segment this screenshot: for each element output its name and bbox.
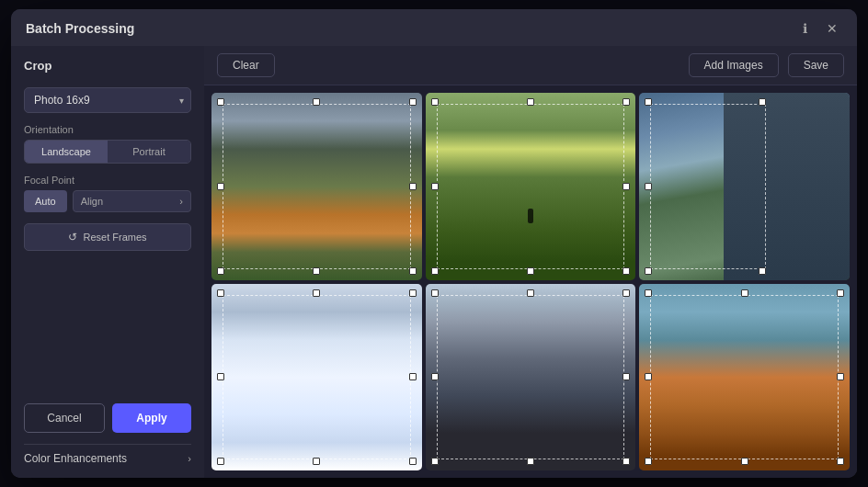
align-label: Align	[81, 196, 103, 207]
crop-handle-ml-1[interactable]	[217, 183, 224, 190]
image-cell-5[interactable]	[426, 284, 636, 471]
crop-handle-tm-4[interactable]	[313, 289, 320, 297]
crop-box-2	[437, 104, 625, 269]
crop-handle-mr-5[interactable]	[622, 373, 630, 380]
add-images-btn[interactable]: Add Images	[689, 53, 779, 77]
image-cell-1[interactable]	[211, 93, 422, 280]
crop-handle-tr-1[interactable]	[409, 98, 417, 106]
crop-overlay-4	[211, 284, 422, 471]
crop-handle-mr-2[interactable]	[622, 183, 630, 190]
save-btn[interactable]: Save	[788, 53, 844, 77]
close-button[interactable]: ✕	[822, 18, 842, 39]
reset-frames-btn[interactable]: ↺ Reset Frames	[24, 223, 191, 251]
crop-section-title: Crop	[24, 59, 191, 73]
crop-overlay-2	[426, 93, 636, 280]
crop-handle-tm-1[interactable]	[313, 98, 320, 106]
crop-handle-bm-5[interactable]	[527, 458, 534, 465]
crop-handle-tl-5[interactable]	[431, 289, 439, 297]
modal-overlay: Batch Processing ℹ ✕ Crop Photo 16x9	[0, 0, 868, 487]
focal-point-section: Focal Point Auto Align ›	[24, 175, 191, 212]
crop-handle-ml-6[interactable]	[645, 373, 652, 380]
cancel-btn[interactable]: Cancel	[24, 403, 105, 433]
crop-handle-bl-4[interactable]	[217, 458, 224, 465]
modal-header-icons: ℹ ✕	[794, 18, 842, 39]
focal-row: Auto Align ›	[24, 190, 191, 212]
crop-handle-ml-3[interactable]	[645, 183, 652, 190]
crop-handle-bl-1[interactable]	[217, 267, 224, 275]
apply-btn[interactable]: Apply	[112, 403, 191, 433]
reset-icon: ↺	[68, 231, 77, 244]
crop-handle-tl-6[interactable]	[645, 289, 652, 297]
crop-handle-bl-2[interactable]	[431, 267, 439, 275]
right-panel: Clear Add Images Save	[204, 46, 857, 478]
crop-handle-bl-3[interactable]	[645, 267, 652, 275]
left-panel: Crop Photo 16x9 ▾ Orientation Landscape …	[11, 46, 204, 478]
crop-overlay-6	[639, 284, 850, 471]
batch-processing-modal: Batch Processing ℹ ✕ Crop Photo 16x9	[11, 9, 857, 478]
modal-body: Crop Photo 16x9 ▾ Orientation Landscape …	[11, 46, 857, 478]
crop-overlay-5	[426, 284, 636, 471]
modal-header: Batch Processing ℹ ✕	[11, 9, 857, 46]
crop-handle-bl-6[interactable]	[645, 458, 652, 465]
crop-box-4	[223, 295, 411, 460]
action-row: Cancel Apply	[24, 403, 191, 433]
crop-handle-ml-5[interactable]	[431, 373, 439, 380]
crop-handle-ml-2[interactable]	[431, 183, 439, 190]
crop-handle-tl-2[interactable]	[431, 98, 439, 106]
crop-handle-bm-6[interactable]	[741, 458, 748, 465]
crop-handle-tl-3[interactable]	[645, 98, 652, 106]
orientation-btn-group: Landscape Portrait	[24, 140, 191, 164]
auto-btn[interactable]: Auto	[24, 190, 67, 212]
reset-frames-label: Reset Frames	[83, 232, 146, 243]
crop-handle-mr-6[interactable]	[837, 373, 844, 380]
crop-handle-tr-2[interactable]	[622, 98, 630, 106]
crop-handle-br-6[interactable]	[837, 458, 844, 465]
color-enhancements-row[interactable]: Color Enhancements ›	[24, 444, 191, 469]
toolbar: Clear Add Images Save	[204, 46, 857, 85]
crop-box-6	[650, 295, 839, 460]
images-grid	[204, 85, 857, 478]
crop-handle-mr-1[interactable]	[409, 183, 417, 190]
crop-handle-br-1[interactable]	[409, 267, 417, 275]
crop-handle-tr-4[interactable]	[409, 289, 417, 297]
crop-handle-bm-1[interactable]	[313, 267, 320, 275]
orientation-label: Orientation	[24, 124, 191, 135]
crop-handle-bm-4[interactable]	[313, 458, 320, 465]
crop-handle-tm-6[interactable]	[741, 289, 748, 297]
crop-handle-br-5[interactable]	[622, 458, 630, 465]
focal-point-label: Focal Point	[24, 175, 191, 186]
crop-handle-bm-2[interactable]	[527, 267, 534, 275]
crop-box-1	[223, 104, 411, 269]
crop-handle-tm-2[interactable]	[527, 98, 534, 106]
crop-handle-tr-5[interactable]	[622, 289, 630, 297]
crop-handle-mr-4[interactable]	[409, 373, 417, 380]
color-enhancements-label: Color Enhancements	[24, 452, 127, 465]
preset-dropdown-row: Photo 16x9 ▾	[24, 87, 191, 113]
crop-handle-tl-1[interactable]	[217, 98, 224, 106]
close-icon: ✕	[827, 21, 838, 36]
info-icon: ℹ	[803, 21, 807, 36]
info-button[interactable]: ℹ	[794, 18, 815, 39]
preset-dropdown[interactable]: Photo 16x9	[24, 87, 191, 113]
image-cell-2[interactable]	[426, 93, 636, 280]
portrait-btn[interactable]: Portrait	[108, 141, 190, 163]
crop-handle-tm-5[interactable]	[527, 289, 534, 297]
clear-btn[interactable]: Clear	[217, 53, 275, 77]
crop-overlay-1	[211, 93, 422, 280]
crop-handle-tr-6[interactable]	[837, 289, 844, 297]
orientation-section: Orientation Landscape Portrait	[24, 124, 191, 164]
image-cell-6[interactable]	[639, 284, 850, 471]
align-arrow-icon: ›	[179, 196, 183, 207]
align-dropdown[interactable]: Align ›	[73, 190, 191, 212]
crop-handle-bl-5[interactable]	[431, 458, 439, 465]
crop-handle-br-2[interactable]	[622, 267, 630, 275]
crop-handle-br-4[interactable]	[409, 458, 417, 465]
crop-box-5	[437, 295, 625, 460]
crop-handle-tl-4[interactable]	[217, 289, 224, 297]
image-cell-4[interactable]	[211, 284, 422, 471]
color-enhancements-chevron-icon: ›	[188, 453, 191, 464]
crop-handle-ml-4[interactable]	[217, 373, 224, 380]
image-cell-3[interactable]	[639, 93, 850, 280]
modal-title: Batch Processing	[26, 21, 134, 36]
landscape-btn[interactable]: Landscape	[25, 141, 108, 163]
